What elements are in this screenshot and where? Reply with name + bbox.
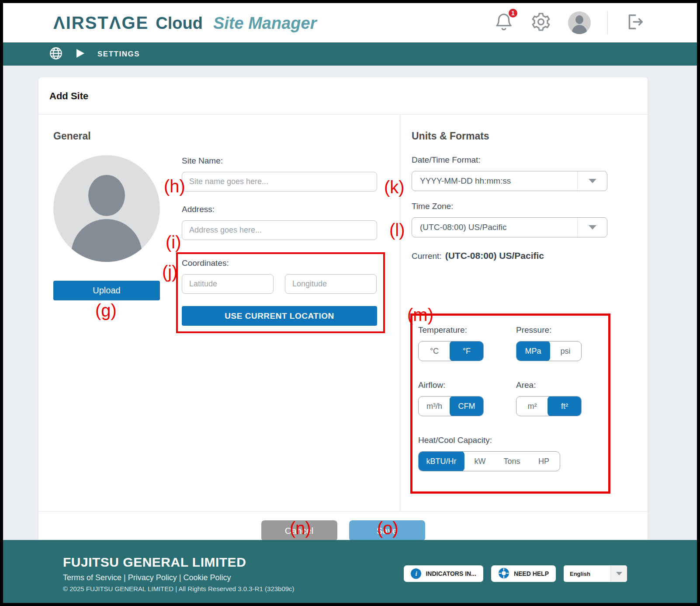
footer-copyright: © 2025 FUJITSU GENERAL LIMITED | All Rig… (63, 585, 295, 592)
language-select[interactable]: English (564, 565, 627, 582)
capacity-toggle: kBTU/Hr kW Tons HP (418, 451, 560, 471)
coordinates-label: Coordinates: (182, 258, 378, 268)
datetime-format-select[interactable]: YYYY-MM-DD hh:mm:ss (412, 171, 607, 191)
units-annotation-box: Temperature: °C °F Pressure: MP (410, 313, 610, 494)
add-site-card: Add Site General Upload (38, 77, 648, 550)
upload-button[interactable]: Upload (53, 281, 160, 300)
user-menu-button[interactable] (568, 11, 591, 34)
annotation-n: (n) (290, 519, 311, 537)
latitude-input[interactable] (182, 274, 274, 294)
language-dropdown-arrow[interactable] (610, 565, 627, 582)
timezone-value: (UTC-08:00) US/Pacific (412, 223, 577, 232)
indicators-button-label: INDICATORS IN... (426, 570, 476, 577)
address-input[interactable] (182, 220, 377, 240)
datetime-format-label: Date/Time Format: (412, 155, 648, 165)
site-name-label: Site Name: (182, 156, 377, 166)
annotation-m: (m) (407, 306, 433, 324)
lifebuoy-icon (498, 568, 509, 580)
notifications-button[interactable]: 1 (494, 11, 514, 34)
annotation-i: (i) (166, 233, 181, 251)
current-label: Current: (412, 251, 442, 261)
info-icon: i (411, 568, 421, 579)
chevron-down-icon (616, 572, 622, 575)
coordinates-annotation-box: Coordinates: USE CURRENT LOCATION (176, 252, 385, 333)
globe-icon[interactable] (49, 46, 63, 63)
area-option-m2[interactable]: m² (516, 397, 548, 416)
timezone-select[interactable]: (UTC-08:00) US/Pacific (412, 217, 607, 237)
chevron-down-icon (589, 179, 596, 183)
avatar-body (71, 219, 142, 262)
footer: FUJITSU GENERAL LIMITED Terms of Service… (3, 540, 697, 603)
cookie-policy-link[interactable]: Cookie Policy (184, 573, 231, 582)
capacity-unit-group: Heat/Cool Capacity: kBTU/Hr kW Tons HP (418, 435, 600, 471)
pressure-unit-group: Pressure: MPa psi (516, 325, 600, 361)
datetime-format-value: YYYY-MM-DD hh:mm:ss (412, 176, 577, 186)
header-actions: 1 (494, 11, 645, 34)
area-option-ft2[interactable]: ft² (548, 396, 582, 416)
units-formats-section: Units & Formats Date/Time Format: YYYY-M… (400, 115, 648, 511)
gear-icon (530, 11, 551, 34)
need-help-button-label: NEED HELP (514, 570, 549, 577)
use-current-location-button[interactable]: USE CURRENT LOCATION (182, 306, 377, 326)
top-header: ΛIRSTΛGE Cloud Site Manager 1 (3, 3, 697, 42)
annotation-k: (k) (384, 178, 405, 196)
area-toggle: m² ft² (516, 396, 582, 416)
breadcrumb-arrow-icon (76, 48, 85, 60)
airflow-label: Airflow: (418, 380, 516, 390)
annotation-g: (g) (95, 302, 117, 319)
brand-cloud: Cloud (156, 14, 203, 33)
breadcrumb-settings[interactable]: SETTINGS (97, 50, 140, 59)
address-label: Address: (182, 205, 377, 214)
app-window: ΛIRSTΛGE Cloud Site Manager 1 (3, 3, 697, 603)
site-name-input[interactable] (182, 172, 377, 192)
datetime-dropdown-arrow[interactable] (577, 171, 607, 191)
logout-button[interactable] (624, 12, 645, 34)
need-help-button[interactable]: NEED HELP (491, 565, 556, 582)
capacity-option-tons[interactable]: Tons (496, 452, 528, 471)
timezone-dropdown-arrow[interactable] (577, 218, 607, 237)
capacity-option-hp[interactable]: HP (528, 452, 560, 471)
airflow-toggle: m³/h CFM (418, 396, 484, 416)
longitude-input[interactable] (285, 274, 377, 294)
annotation-j: (j) (162, 263, 178, 281)
annotation-o: (o) (377, 519, 399, 537)
logout-icon (624, 12, 645, 34)
footer-company-name: FUJITSU GENERAL LIMITED (63, 555, 295, 570)
airflow-option-m3h[interactable]: m³/h (419, 397, 450, 416)
temperature-unit-group: Temperature: °C °F (418, 325, 516, 361)
terms-of-service-link[interactable]: Terms of Service (63, 573, 121, 582)
breadcrumb: SETTINGS (3, 42, 697, 66)
pressure-option-psi[interactable]: psi (550, 341, 581, 361)
privacy-policy-link[interactable]: Privacy Policy (128, 573, 177, 582)
annotation-l: (l) (389, 221, 405, 239)
link-separator: | (179, 573, 181, 582)
page-title: Add Site (49, 91, 637, 102)
timezone-label: Time Zone: (412, 202, 648, 211)
temperature-option-c[interactable]: °C (419, 341, 450, 361)
notification-badge: 1 (508, 8, 518, 18)
settings-button[interactable] (530, 11, 551, 34)
site-image-placeholder (53, 155, 160, 262)
capacity-option-kbtu[interactable]: kBTU/Hr (418, 451, 464, 471)
brand-logo: ΛIRSTΛGE Cloud Site Manager (53, 13, 316, 33)
temperature-label: Temperature: (418, 325, 516, 335)
airflow-option-cfm[interactable]: CFM (450, 396, 484, 416)
annotation-h: (h) (164, 178, 185, 195)
pressure-label: Pressure: (516, 325, 600, 335)
temperature-option-f[interactable]: °F (450, 341, 484, 361)
airflow-unit-group: Airflow: m³/h CFM (418, 380, 516, 416)
chevron-down-icon (589, 225, 596, 230)
footer-links: Terms of Service | Privacy Policy | Cook… (63, 573, 295, 582)
capacity-label: Heat/Cool Capacity: (418, 435, 600, 445)
temperature-toggle: °C °F (418, 341, 484, 361)
current-timezone-value: (UTC-08:00) US/Pacific (445, 251, 544, 261)
user-avatar-icon (568, 11, 591, 34)
link-separator: | (124, 573, 126, 582)
pressure-option-mpa[interactable]: MPa (516, 341, 550, 361)
brand-product: Site Manager (213, 14, 317, 33)
indicators-info-button[interactable]: i INDICATORS IN... (404, 565, 483, 582)
general-heading: General (53, 130, 400, 142)
header-divider (607, 11, 608, 34)
capacity-option-kw[interactable]: kW (464, 452, 496, 471)
brand-airstage: ΛIRSTΛGE (53, 13, 149, 33)
